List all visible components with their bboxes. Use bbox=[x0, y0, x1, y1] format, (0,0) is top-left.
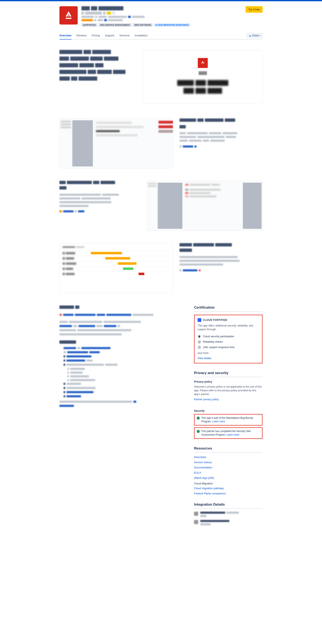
tag-supported: SUPPORTED bbox=[82, 23, 97, 27]
resources-section: Resources Descriptor Version history Doc… bbox=[194, 446, 262, 495]
cloud-fortified-label: CLOUD FORTIFIED bbox=[203, 318, 227, 322]
hosting-dropdown[interactable]: ☁ Cloud ▾ bbox=[246, 33, 262, 38]
cf-item-reliability: Reliability checks bbox=[203, 340, 223, 343]
cloud-fortified-box: CLOUD FORTIFIED This app offers addition… bbox=[194, 314, 262, 364]
app-tags: SUPPORTED JIRA SERVICE MANAGEMENT JIRA S… bbox=[82, 23, 190, 27]
privacy-policy-text: Atlassian's privacy policy is not applic… bbox=[194, 385, 262, 396]
self-assessment-box: This partner has completed the Security … bbox=[194, 427, 262, 439]
feature-image-3 bbox=[60, 243, 173, 293]
tag-jsm: JIRA SERVICE MANAGEMENT bbox=[98, 23, 131, 27]
feature-text-3 bbox=[180, 243, 262, 293]
and-more-text: and more. bbox=[198, 352, 259, 354]
svg-point-1 bbox=[66, 18, 67, 19]
view-details-link[interactable]: View details bbox=[198, 357, 211, 360]
fortified-icon bbox=[198, 318, 201, 322]
link-feature-parity[interactable]: Feature Parity comparison bbox=[194, 492, 262, 495]
hero-section bbox=[60, 50, 262, 104]
certification-heading: Certification bbox=[194, 306, 262, 312]
sidebar: Certification CLOUD FORTIFIED This app o… bbox=[194, 306, 262, 533]
svg-point-2 bbox=[70, 18, 72, 19]
cloud-icon: ☁ bbox=[249, 34, 251, 37]
tab-overview[interactable]: Overview bbox=[60, 32, 72, 40]
main-column bbox=[60, 306, 182, 533]
app-icon bbox=[60, 6, 78, 24]
tab-pricing[interactable]: Pricing bbox=[92, 32, 100, 40]
cloud-migration-label: Cloud Migration bbox=[194, 482, 262, 485]
tab-versions[interactable]: Versions bbox=[119, 32, 130, 40]
resources-heading: Resources bbox=[194, 446, 262, 452]
tab-support[interactable]: Support bbox=[105, 32, 114, 40]
feature-text-2 bbox=[60, 181, 141, 231]
clock-icon bbox=[198, 346, 201, 349]
link-descriptor[interactable]: Descriptor bbox=[194, 456, 262, 459]
link-eula[interactable]: EULA bbox=[194, 471, 262, 474]
nav-row: Overview Reviews Pricing Support Version… bbox=[60, 32, 262, 40]
feature-row-2 bbox=[60, 181, 262, 231]
certification-section: Certification CLOUD FORTIFIED This app o… bbox=[194, 306, 262, 364]
tab-reviews[interactable]: Reviews bbox=[76, 32, 87, 40]
integration-icon bbox=[194, 512, 198, 516]
privacy-security-section: Privacy and security Privacy policy Atla… bbox=[194, 371, 262, 439]
hero-preview bbox=[143, 50, 262, 104]
tab-installation[interactable]: Installation bbox=[134, 32, 148, 40]
hero-headline bbox=[60, 50, 137, 104]
learn-more-bugbounty[interactable]: Learn more bbox=[212, 420, 225, 423]
svg-point-0 bbox=[68, 16, 69, 16]
learn-more-assessment[interactable]: Learn more bbox=[226, 433, 239, 436]
check-icon bbox=[197, 417, 200, 420]
shield-icon bbox=[198, 335, 201, 338]
feature-image-2 bbox=[147, 181, 262, 231]
tag-jsw: JIRA SOFTWARE bbox=[133, 23, 153, 27]
cf-item-security: Cloud security participation bbox=[203, 335, 234, 338]
link-documentation[interactable]: Documentation bbox=[194, 466, 262, 469]
feature-image-1 bbox=[60, 118, 173, 168]
app-title-block: SUPPORTED JIRA SERVICE MANAGEMENT JIRA S… bbox=[82, 6, 190, 27]
chevron-down-icon: ▾ bbox=[259, 34, 260, 36]
link-migration-pathway[interactable]: Cloud migration pathway bbox=[194, 487, 262, 490]
tag-migration: CLOUD MIGRATION ASSISTANCE bbox=[154, 23, 190, 27]
feature-text-1 bbox=[180, 118, 262, 168]
privacy-heading: Privacy and security bbox=[194, 371, 262, 377]
partner-privacy-link[interactable]: Partner privacy policy bbox=[194, 398, 219, 401]
integration-section: Integration Details bbox=[194, 502, 262, 525]
privacy-policy-heading: Privacy policy bbox=[194, 380, 262, 383]
check-icon bbox=[198, 340, 201, 344]
cf-item-support: 24hr support response time bbox=[203, 346, 234, 349]
integration-heading: Integration Details bbox=[194, 502, 262, 509]
bug-bounty-box: This app is part of the Marketplace Bug … bbox=[194, 414, 262, 426]
dropdown-label: Cloud bbox=[252, 34, 258, 37]
link-version-history[interactable]: Version history bbox=[194, 461, 262, 464]
feature-row-3 bbox=[60, 243, 262, 293]
feature-row-1 bbox=[60, 118, 262, 168]
check-icon bbox=[197, 430, 200, 433]
try-free-button[interactable]: Try it free bbox=[246, 6, 262, 13]
cloud-fortified-desc: This app offers additional security, rel… bbox=[198, 324, 259, 331]
bug-bounty-text: This app is part of the Marketplace Bug … bbox=[201, 416, 253, 423]
integration-icon bbox=[194, 520, 198, 524]
security-heading: Security bbox=[194, 409, 262, 412]
app-header: SUPPORTED JIRA SERVICE MANAGEMENT JIRA S… bbox=[60, 6, 262, 27]
link-watch-app[interactable]: Watch App (284) bbox=[194, 476, 262, 480]
